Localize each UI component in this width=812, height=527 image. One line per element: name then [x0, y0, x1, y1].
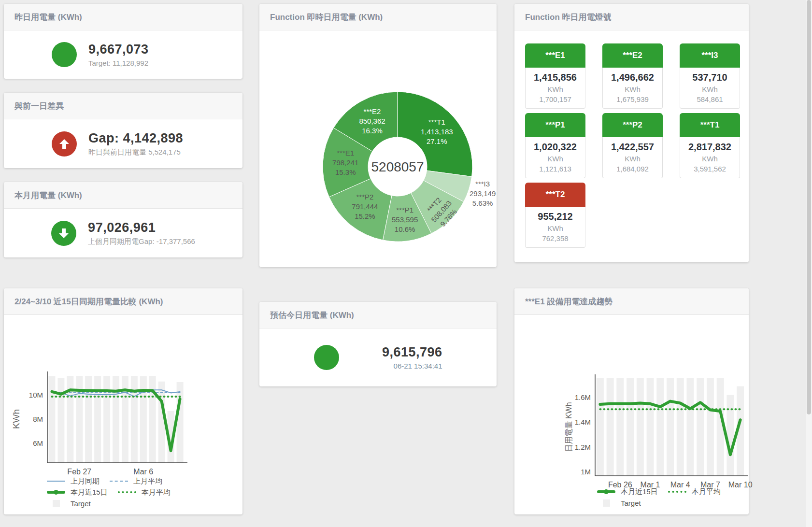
page-scrollbar[interactable] [806, 0, 812, 527]
card-yesterday-lights: Function 昨日用電燈號 ***E1 1,415,856 KWh 1,70… [514, 4, 749, 262]
svg-text:KWh: KWh [11, 409, 21, 429]
tile-value: 1,415,856 [526, 72, 585, 83]
card-e1-trend: ***E1 設備用電達成趨勢 1M1.2M1.4M1.6MFeb 26Mar 1… [514, 288, 749, 514]
tile-target-value: 1,121,613 [526, 165, 585, 173]
tile-header: ***E2 [602, 43, 663, 68]
tile-value: 537,710 [680, 72, 740, 83]
tile-unit: KWh [526, 224, 585, 232]
tile-target-value: 3,591,562 [680, 165, 740, 173]
legend-item-this-month-average[interactable]: 本月平均 [668, 487, 721, 497]
tile-target-value: 584,861 [680, 95, 740, 103]
blue-dashed-line-icon [109, 481, 128, 482]
card-title: 與前一日差異 [4, 93, 242, 119]
light-tile-t1: ***T1 2,817,832 KWh 3,591,562 [680, 113, 740, 178]
stat-value: 9,667,073 [88, 42, 195, 57]
light-tile-t2: ***T2 955,212 KWh 762,358 [525, 183, 585, 248]
scrollbar-thumb[interactable] [807, 0, 811, 414]
tile-header: ***P1 [525, 113, 585, 137]
card-title: 本月用電量 (KWh) [4, 182, 242, 209]
tile-target-value: 1,700,157 [526, 95, 585, 103]
light-tile-p1: ***P1 1,020,322 KWh 1,121,613 [525, 113, 585, 178]
gray-swatch-icon [597, 499, 616, 507]
status-circle [314, 345, 339, 370]
tile-value: 955,212 [526, 211, 585, 222]
comparison-chart-legend: 上月同期 上月平均 本月近15日 本月平均 [46, 476, 171, 508]
card-title: Function 昨日用電燈號 [514, 4, 749, 30]
svg-text:6M: 6M [33, 439, 43, 447]
lights-grid: ***E1 1,415,856 KWh 1,700,157 ***E2 1,49… [514, 30, 749, 248]
tile-unit: KWh [680, 155, 740, 163]
tile-target-value: 1,684,092 [603, 165, 662, 173]
legend-item-target[interactable]: Target [46, 499, 91, 508]
stat-subtext: 上個月同期用電Gap: -17,377,566 [88, 237, 195, 246]
svg-text:日用電量 KWh: 日用電量 KWh [565, 402, 573, 452]
card-title: Function 即時日用電量 (KWh) [259, 4, 497, 30]
svg-text:1.6M: 1.6M [575, 393, 591, 401]
legend-item-this-month-average[interactable]: 本月平均 [117, 487, 171, 497]
card-yesterday-usage: 昨日用電量 (KWh) 9,667,073 Target: 11,128,992 [4, 4, 242, 79]
card-title: 昨日用電量 (KWh) [4, 4, 242, 30]
svg-text:Mar 6: Mar 6 [133, 468, 153, 476]
tile-value: 1,496,662 [603, 72, 662, 83]
green-dotted-line-icon [117, 491, 137, 493]
e1-trend-chart[interactable]: 1M1.2M1.4M1.6MFeb 26Mar 1Mar 4Mar 7Mar 1… [514, 315, 749, 514]
tile-value: 1,020,322 [526, 142, 585, 153]
light-tile-i3: ***I3 537,710 KWh 584,861 [680, 43, 740, 109]
tile-unit: KWh [603, 155, 662, 163]
tile-header: ***P2 [602, 113, 663, 137]
stat-subtext: Target: 11,128,992 [88, 59, 195, 67]
legend-item-last-month-same-period[interactable]: 上月同期 [46, 476, 100, 486]
tile-header: ***T1 [680, 113, 740, 137]
svg-text:1.4M: 1.4M [575, 418, 591, 426]
light-tile-e2: ***E2 1,496,662 KWh 1,675,939 [602, 43, 663, 109]
legend-item-last-month-average[interactable]: 上月平均 [109, 476, 162, 486]
blue-line-icon [46, 481, 66, 482]
card-month-usage: 本月用電量 (KWh) 97,026,961 上個月同期用電Gap: -17,3… [4, 182, 242, 257]
legend-item-this-month-15days[interactable]: 本月近15日 [46, 487, 108, 497]
card-realtime-usage-donut: Function 即時日用電量 (KWh) ***T11,413,18327.1… [259, 4, 497, 267]
tile-unit: KWh [603, 85, 662, 93]
svg-text:Feb 27: Feb 27 [67, 468, 91, 476]
tile-unit: KWh [526, 85, 585, 93]
card-title: 2/24~3/10 近15日同期用電量比較 (KWh) [4, 288, 242, 315]
svg-text:1M: 1M [581, 468, 591, 476]
legend-item-this-month-15days[interactable]: 本月近15日 [597, 487, 658, 497]
stat-value: 97,026,961 [88, 220, 195, 235]
card-today-estimate: 預估今日用電量 (KWh) 9,615,796 06-21 15:34:41 [259, 302, 497, 386]
donut-slice-label: ***I3293,1495.63% [470, 180, 496, 207]
svg-text:1.2M: 1.2M [575, 443, 591, 451]
tile-target-value: 762,358 [526, 234, 585, 242]
tile-target-value: 1,675,939 [603, 95, 662, 103]
gray-swatch-icon [46, 500, 66, 507]
card-15day-comparison: 2/24~3/10 近15日同期用電量比較 (KWh) 6M8M10MFeb 2… [4, 288, 242, 514]
donut-center-total: 5208057 [371, 159, 424, 174]
svg-text:10M: 10M [29, 391, 43, 399]
tile-header: ***E1 [525, 43, 585, 68]
realtime-usage-donut-chart[interactable]: ***T11,413,18327.1%***I3293,1495.63%***T… [259, 30, 497, 267]
stat-value: 9,615,796 [351, 345, 442, 360]
status-circle [52, 42, 77, 67]
tile-header: ***I3 [680, 43, 740, 68]
stat-subtext: 昨日與前日用電量 5,524,175 [88, 148, 195, 157]
green-dotted-line-icon [668, 491, 687, 493]
card-title: 預估今日用電量 (KWh) [259, 302, 497, 328]
light-tile-e1: ***E1 1,415,856 KWh 1,700,157 [525, 43, 585, 109]
tile-value: 2,817,832 [680, 142, 740, 153]
card-gap-previous-day: 與前一日差異 Gap: 4,142,898 昨日與前日用電量 5,524,175 [4, 93, 242, 168]
trend-chart-legend: 本月近15日 本月平均 Target [597, 487, 721, 508]
up-arrow-icon [52, 131, 77, 157]
stat-value: Gap: 4,142,898 [88, 131, 195, 146]
legend-item-target[interactable]: Target [597, 498, 641, 508]
estimate-timestamp: 06-21 15:34:41 [351, 362, 442, 370]
svg-text:8M: 8M [33, 415, 43, 423]
card-title: ***E1 設備用電達成趨勢 [514, 288, 749, 315]
green-thick-line-icon [46, 491, 66, 494]
tile-value: 1,422,557 [603, 142, 662, 153]
down-arrow-icon [51, 221, 76, 246]
green-thick-line-icon [597, 490, 616, 493]
tile-unit: KWh [680, 85, 740, 93]
svg-text:Mar 10: Mar 10 [728, 481, 753, 489]
light-tile-p2: ***P2 1,422,557 KWh 1,684,092 [602, 113, 663, 178]
tile-header: ***T2 [525, 183, 585, 207]
tile-unit: KWh [526, 155, 585, 163]
